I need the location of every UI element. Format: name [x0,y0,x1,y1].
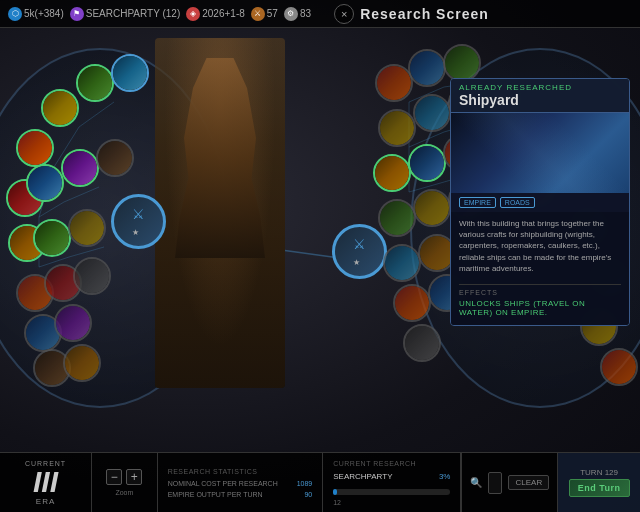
hub-right-icon: ⚔★ [353,236,366,268]
turn-section: TURN 129 End Turn [558,453,640,512]
tech-name: Shipyard [459,92,621,108]
main-content: ⚔★ ⚔★ [0,28,640,452]
research-progress-fill [333,489,337,495]
era-numeral: III [33,467,58,497]
tech-node-l2[interactable] [41,89,79,127]
tech-node-r23[interactable] [403,324,441,362]
research-progress-bar [333,489,450,495]
nominal-cost-label: NOMINAL COST PER RESEARCH [168,480,278,487]
tech-node-r8[interactable] [373,154,411,192]
military-icon: ⚔ [251,7,265,21]
tech-effects: EFFECTS UNLOCKS SHIPS (TRAVEL ON WATER) … [451,280,629,325]
effect-0: UNLOCKS SHIPS (TRAVEL ON WATER) ON EMPIR… [459,299,621,317]
window-title: Research Screen [360,6,489,22]
influence-value: 2026+1-8 [202,8,245,19]
science-icon: ⬡ [8,7,22,21]
current-research-title: Current Research [333,460,450,467]
tech-tags: EMPIRE ROADS [451,193,629,212]
zoom-out-button[interactable]: − [106,469,122,485]
tag-empire[interactable]: EMPIRE [459,197,496,208]
tech-image [451,113,629,193]
culture-icon: ⚑ [70,7,84,21]
tech-node-l14[interactable] [73,257,111,295]
tech-node-edge4[interactable] [600,348,638,386]
end-turn-button[interactable]: End Turn [569,479,630,497]
left-hub-node[interactable]: ⚔★ [111,194,166,249]
current-research-pct: 3% [439,472,451,481]
tech-node-r5[interactable] [413,94,451,132]
tech-node-l11[interactable] [68,209,106,247]
era-display: Current III Era [0,453,92,512]
zoom-label: Zoom [115,489,133,496]
research-turns: 12 [333,499,450,506]
nominal-cost-value: 1089 [297,480,313,487]
influence-icon: ◈ [186,7,200,21]
era-suffix: Era [36,497,55,506]
research-stats: Research Statistics NOMINAL COST PER RES… [158,453,324,512]
tech-node-r14[interactable] [413,189,451,227]
tech-node-l8[interactable] [96,139,134,177]
research-status: ALREADY RESEARCHED [459,83,621,92]
military-resource: ⚔ 57 [251,7,278,21]
tech-node-r9[interactable] [408,144,446,182]
hub-left-icon: ⚔★ [132,206,145,238]
current-research-name: SEARCHPARTY [333,472,392,481]
current-research-section: Current Research SEARCHPARTY 3% 12 [323,453,461,512]
tech-node-l16[interactable] [54,304,92,342]
industry-icon: ⚙ [284,7,298,21]
tech-node-r21[interactable] [393,284,431,322]
right-hub-node[interactable]: ⚔★ [332,224,387,279]
tech-node-l7[interactable] [61,149,99,187]
resource-bar: ⬡ 5k(+384) ⚑ SEARCHPARTY (12) ◈ 2026+1-8… [8,7,311,21]
output-label: EMPIRE OUTPUT PER TURN [168,491,263,498]
culture-value: SEARCHPARTY (12) [86,8,180,19]
tech-node-l6[interactable] [26,164,64,202]
turn-label: TURN 129 [580,468,618,477]
science-value: 5k(+384) [24,8,64,19]
industry-resource: ⚙ 83 [284,7,311,21]
close-button[interactable]: × [334,4,354,24]
search-section: 🔍 CLEAR [461,453,558,512]
search-input-wrapper[interactable] [488,472,502,494]
info-panel: ALREADY RESEARCHED Shipyard EMPIRE ROADS… [450,78,630,326]
tag-roads[interactable]: ROADS [500,197,535,208]
shipyard-art [451,113,629,193]
zoom-controls: − + Zoom [92,453,158,512]
culture-resource: ⚑ SEARCHPARTY (12) [70,7,180,21]
bottom-bar: Current III Era − + Zoom Research Statis… [0,452,640,512]
industry-value: 83 [300,8,311,19]
tech-node-r3[interactable] [443,44,481,82]
stats-title: Research Statistics [168,468,313,475]
influence-resource: ◈ 2026+1-8 [186,7,245,21]
tech-node-l10[interactable] [33,219,71,257]
tech-node-l18[interactable] [63,344,101,382]
science-resource: ⬡ 5k(+384) [8,7,64,21]
tech-node-r13[interactable] [378,199,416,237]
effects-title: EFFECTS [459,284,621,296]
tech-description: With this building that brings together … [451,212,629,280]
tech-node-r2[interactable] [408,49,446,87]
search-icon: 🔍 [470,477,482,488]
military-value: 57 [267,8,278,19]
tech-node-l4[interactable] [111,54,149,92]
tech-node-r18[interactable] [383,244,421,282]
info-panel-header: ALREADY RESEARCHED Shipyard [451,79,629,113]
output-value: 90 [304,491,312,498]
tech-node-l3[interactable] [76,64,114,102]
clear-button[interactable]: CLEAR [508,475,549,490]
tech-node-l1[interactable] [16,129,54,167]
top-bar: ⬡ 5k(+384) ⚑ SEARCHPARTY (12) ◈ 2026+1-8… [0,0,640,28]
zoom-in-button[interactable]: + [126,469,142,485]
tech-node-r4[interactable] [378,109,416,147]
